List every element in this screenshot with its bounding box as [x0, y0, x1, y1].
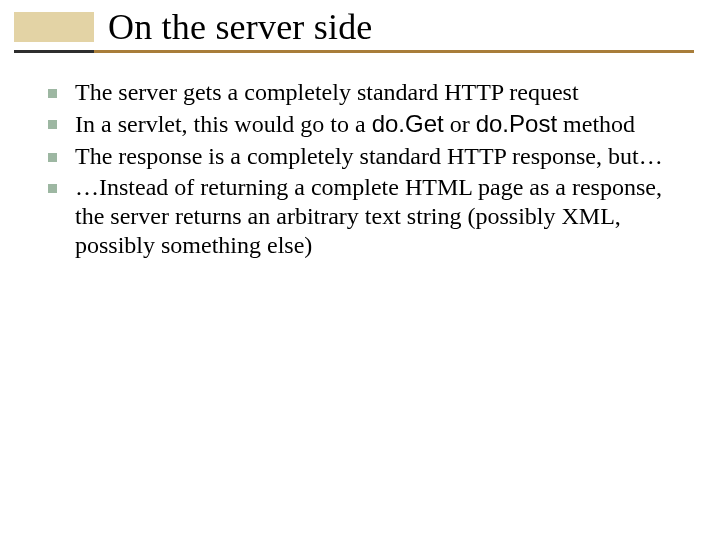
- bullet-text-segment: …Instead of returning a complete HTML pa…: [75, 174, 662, 259]
- square-bullet-icon: [48, 184, 57, 193]
- bullet-text-segment: In a servlet, this would go to a: [75, 111, 372, 137]
- list-item: The response is a completely standard HT…: [48, 142, 688, 171]
- bullet-text: The server gets a completely standard HT…: [75, 78, 688, 107]
- list-item: …Instead of returning a complete HTML pa…: [48, 173, 688, 261]
- square-bullet-icon: [48, 153, 57, 162]
- square-bullet-icon: [48, 120, 57, 129]
- bullet-text: …Instead of returning a complete HTML pa…: [75, 173, 688, 261]
- title-block: On the server side: [0, 6, 720, 58]
- title-accent-box: [14, 12, 94, 42]
- bullet-text-segment: or: [444, 111, 476, 137]
- bullet-text: In a servlet, this would go to a do.Get …: [75, 109, 688, 139]
- title-underline-accent: [14, 50, 94, 53]
- title-underline: [14, 50, 694, 53]
- list-item: In a servlet, this would go to a do.Get …: [48, 109, 688, 139]
- bullet-text: The response is a completely standard HT…: [75, 142, 688, 171]
- list-item: The server gets a completely standard HT…: [48, 78, 688, 107]
- code-span: do.Post: [476, 110, 557, 137]
- bullet-text-segment: method: [557, 111, 635, 137]
- square-bullet-icon: [48, 89, 57, 98]
- slide-body: The server gets a completely standard HT…: [48, 78, 688, 263]
- bullet-text-segment: The server gets a completely standard HT…: [75, 79, 579, 105]
- bullet-text-segment: The response is a completely standard HT…: [75, 143, 663, 169]
- code-span: do.Get: [372, 110, 444, 137]
- slide-title: On the server side: [108, 6, 373, 48]
- slide: On the server side The server gets a com…: [0, 0, 720, 540]
